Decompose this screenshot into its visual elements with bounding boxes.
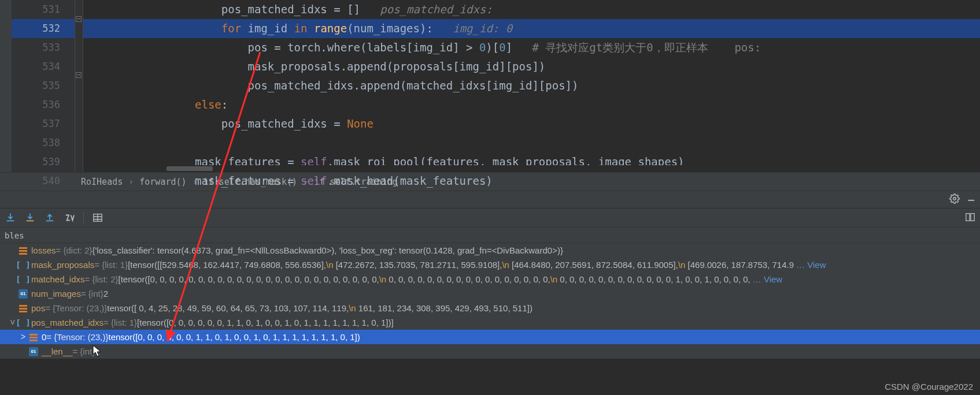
step-into-my-icon[interactable] bbox=[24, 212, 36, 223]
code-line[interactable]: pos_matched_idxs = [] pos_matched_idxs: bbox=[83, 0, 980, 19]
variable-type: = {Tensor: (23,)} bbox=[45, 303, 107, 313]
line-number[interactable]: 539 bbox=[12, 152, 60, 172]
variable-type: = {int} bbox=[81, 289, 103, 299]
line-number[interactable]: 538 bbox=[12, 133, 60, 152]
sequence-icon: [ ] bbox=[19, 318, 28, 327]
code-line[interactable] bbox=[83, 133, 980, 152]
table-view-icon[interactable] bbox=[92, 212, 103, 223]
variable-value: [tensor([0, 0, 0, 0, 0, 0, 0, 0, 0, 0, 0… bbox=[119, 274, 750, 284]
variable-type: = {dict: 2} bbox=[56, 245, 93, 255]
variable-type: = {list: 1} bbox=[94, 260, 128, 270]
variable-type: = {int} bbox=[72, 346, 95, 356]
line-number[interactable]: 540 bbox=[12, 172, 60, 191]
line-number[interactable]: 535 bbox=[12, 76, 60, 95]
variable-name: 0 bbox=[42, 332, 46, 342]
variable-name: matched_idxs bbox=[31, 274, 85, 284]
line-number[interactable]: 531 bbox=[12, 0, 60, 19]
int-icon: 01 bbox=[29, 347, 38, 356]
code-line[interactable]: pos_matched_idxs.append(matched_idxs[img… bbox=[83, 76, 980, 95]
evaluate-expression-icon[interactable] bbox=[64, 212, 75, 223]
horizontal-scrollbar[interactable] bbox=[167, 165, 980, 172]
variable-value: [tensor([0, 0, 0, 0, 0, 0, 1, 1, 0, 1, 0… bbox=[137, 318, 394, 327]
fold-toggle-icon[interactable]: − bbox=[76, 72, 82, 78]
view-link[interactable]: … View bbox=[753, 274, 782, 284]
variable-name: pos bbox=[31, 303, 45, 313]
code-editor[interactable]: 531532533534535536537538539540 − − pos_m… bbox=[0, 0, 980, 172]
variable-row[interactable]: losses = {dict: 2} {'loss_classifier': t… bbox=[0, 243, 980, 258]
list-icon bbox=[19, 304, 28, 313]
toolbar-separator bbox=[83, 212, 84, 223]
code-line[interactable]: else: bbox=[83, 95, 980, 114]
variable-type: = {Tensor: (23,)} bbox=[46, 332, 108, 342]
expand-toggle-icon[interactable]: ᐳ bbox=[21, 333, 29, 341]
line-number[interactable]: 532 bbox=[12, 19, 75, 38]
fold-toggle-icon[interactable]: − bbox=[76, 16, 82, 22]
line-number[interactable]: 536 bbox=[12, 95, 60, 114]
svg-rect-3 bbox=[46, 221, 54, 222]
scrollbar-thumb[interactable] bbox=[167, 166, 213, 171]
svg-point-0 bbox=[953, 198, 956, 200]
line-number-gutter[interactable]: 531532533534535536537538539540 bbox=[12, 0, 75, 172]
svg-rect-6 bbox=[971, 214, 974, 221]
watermark: CSDN @Courage2022 bbox=[885, 382, 973, 392]
list-icon bbox=[29, 333, 38, 342]
gear-icon[interactable] bbox=[949, 193, 960, 206]
variable-value: [tensor([[529.5468, 162.4417, 749.6808, … bbox=[128, 260, 794, 270]
variable-row[interactable]: [ ]matched_idxs = {list: 2} [tensor([0, … bbox=[0, 272, 980, 286]
project-tool-strip[interactable] bbox=[0, 0, 12, 172]
step-into-icon[interactable] bbox=[5, 212, 16, 223]
code-line[interactable]: pos = torch.where(labels[img_id] > 0)[0]… bbox=[83, 38, 980, 57]
variable-name: __len__ bbox=[42, 346, 72, 356]
variable-name: num_images bbox=[31, 289, 81, 299]
line-number[interactable]: 534 bbox=[12, 57, 60, 76]
sequence-icon: [ ] bbox=[19, 275, 28, 284]
variable-row[interactable]: [ ]mask_proposals = {list: 1} [tensor([[… bbox=[0, 258, 980, 272]
variable-type: = {list: 1} bbox=[103, 318, 137, 327]
variables-panel[interactable]: losses = {dict: 2} {'loss_classifier': t… bbox=[0, 243, 980, 359]
variable-value: 1 bbox=[95, 346, 99, 356]
variable-value: {'loss_classifier': tensor(4.6873, grad_… bbox=[93, 245, 563, 255]
svg-rect-2 bbox=[27, 221, 34, 222]
variable-name: losses bbox=[31, 245, 56, 255]
line-number[interactable]: 533 bbox=[12, 38, 60, 57]
code-line[interactable]: for img_id in range(num_images): img_id:… bbox=[83, 19, 980, 38]
variable-row[interactable]: 01__len__ = {int} 1 bbox=[0, 344, 980, 359]
code-area[interactable]: pos_matched_idxs = [] pos_matched_idxs: … bbox=[83, 0, 980, 172]
svg-rect-1 bbox=[7, 221, 14, 222]
variable-row[interactable]: pos = {Tensor: (23,)} tensor([ 0, 4, 25,… bbox=[0, 301, 980, 315]
list-icon bbox=[19, 246, 28, 255]
variables-tab[interactable]: bles bbox=[0, 229, 29, 243]
sequence-icon: [ ] bbox=[19, 260, 28, 270]
code-line[interactable]: pos_matched_idxs = None bbox=[83, 114, 980, 133]
svg-rect-5 bbox=[966, 214, 970, 221]
layout-icon[interactable] bbox=[965, 212, 975, 225]
variable-row[interactable]: 01num_images = {int} 2 bbox=[0, 286, 980, 301]
variable-name: mask_proposals bbox=[31, 260, 94, 270]
variable-value: tensor([0, 0, 0, 0, 0, 0, 1, 1, 0, 1, 0,… bbox=[109, 332, 360, 342]
debug-panel-header[interactable]: — bbox=[0, 191, 980, 208]
code-line[interactable]: mask_features = self.mask_head(mask_feat… bbox=[83, 172, 980, 191]
minimize-icon[interactable]: — bbox=[968, 193, 974, 206]
variable-value: tensor([ 0, 4, 25, 28, 49, 59, 60, 64, 6… bbox=[107, 303, 532, 313]
fold-strip[interactable]: − − bbox=[75, 0, 83, 172]
variable-name: pos_matched_idxs bbox=[31, 318, 103, 327]
view-link[interactable]: … View bbox=[796, 260, 826, 270]
line-number[interactable]: 537 bbox=[12, 114, 60, 133]
int-icon: 01 bbox=[19, 289, 28, 299]
step-out-icon[interactable] bbox=[44, 212, 56, 223]
code-line[interactable]: mask_proposals.append(proposals[img_id][… bbox=[83, 57, 980, 76]
variable-value: 2 bbox=[103, 289, 108, 299]
variable-row[interactable]: ᐳ0 = {Tensor: (23,)} tensor([0, 0, 0, 0,… bbox=[0, 330, 980, 344]
variable-type: = {list: 2} bbox=[85, 274, 119, 284]
debug-toolbar bbox=[0, 208, 980, 228]
debug-tab-row: bles bbox=[0, 228, 980, 243]
variable-row[interactable]: ᐯ[ ]pos_matched_idxs = {list: 1} [tensor… bbox=[0, 315, 980, 330]
